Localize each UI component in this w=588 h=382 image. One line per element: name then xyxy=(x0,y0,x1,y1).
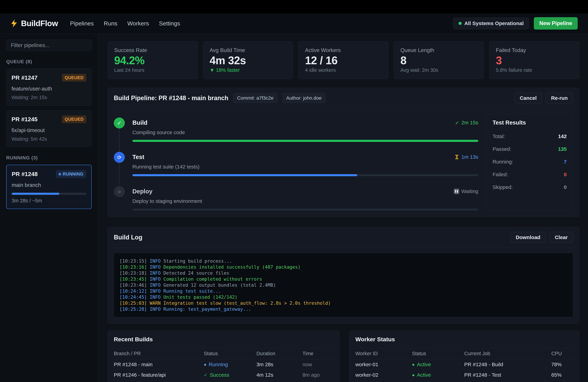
log-level: INFO xyxy=(150,282,164,288)
nav-item-workers[interactable]: Workers xyxy=(127,20,149,27)
clear-log-button[interactable]: Clear xyxy=(549,232,573,243)
log-message: Integration test slow (test_auth_flow: 2… xyxy=(163,300,331,306)
col-branch-pr: Branch / PR xyxy=(114,351,204,356)
stat-value: 94.2% xyxy=(114,54,191,67)
result-value: 0 xyxy=(564,184,567,190)
log-level: WARN xyxy=(150,300,164,306)
worker-table-header: Worker ID Status Current Job CPU xyxy=(349,348,579,359)
stage-progress-bar xyxy=(132,209,478,210)
log-level: INFO xyxy=(150,306,164,312)
author-chip[interactable]: Author: john.doe xyxy=(282,93,326,103)
log-line: [10:24:12] INFO Running test suite... xyxy=(120,288,567,294)
stat-subtext: Last 24 hours xyxy=(114,67,191,73)
log-line: [10:23:45] INFO Compilation completed wi… xyxy=(120,276,567,282)
pr-elapsed-time: 3m 28s / ~5m xyxy=(12,198,86,204)
new-pipeline-button[interactable]: New Pipeline xyxy=(534,17,578,30)
log-output[interactable]: [10:23:15] INFO Starting build process..… xyxy=(114,253,573,317)
cancel-button[interactable]: Cancel xyxy=(514,93,542,104)
log-timestamp: [10:24:12] xyxy=(120,288,150,294)
recent-builds-table-header: Branch / PR Status Duration Time xyxy=(108,348,339,359)
nav-item-runs[interactable]: Runs xyxy=(104,20,117,27)
log-message: Running test suite... xyxy=(163,288,221,294)
queued-pipeline-card[interactable]: PR #1245 QUEUED fix/api-timeout Waiting:… xyxy=(6,110,92,147)
test-result-row: Skipped: 0 xyxy=(493,184,567,190)
log-message: Dependencies installed successfully (487… xyxy=(163,264,300,270)
build-log-title: Build Log xyxy=(114,234,142,241)
build-log-header: Build Log Download Clear xyxy=(108,227,579,248)
status-icon: ✓ xyxy=(204,372,208,378)
worker-cpu: 78% xyxy=(551,362,573,367)
worker-status: ● Active xyxy=(412,362,464,367)
log-timestamp: [10:23:46] xyxy=(120,282,150,288)
stage-progress-fill xyxy=(132,140,478,142)
rerun-button[interactable]: Re-run xyxy=(546,93,573,104)
recent-build-row[interactable]: PR #1248 - main ● Running 3m 28s now xyxy=(108,359,339,370)
result-label: Running: xyxy=(493,159,513,165)
log-line: [10:25:03] WARN Integration test slow (t… xyxy=(120,300,567,306)
result-value: 135 xyxy=(558,146,567,152)
download-log-button[interactable]: Download xyxy=(510,232,546,243)
stage-duration: 1m 13s xyxy=(454,154,478,160)
nav-item-settings[interactable]: Settings xyxy=(159,20,180,27)
recent-builds-title: Recent Builds xyxy=(114,336,153,343)
log-line: [10:24:45] INFO Unit tests passed (142/1… xyxy=(120,294,567,300)
worker-row[interactable]: worker-01 ● Active PR #1248 - Build 78% xyxy=(349,359,579,370)
pipeline-title: Build Pipeline: PR #1248 - main branch xyxy=(114,95,228,102)
stage-duration: ✓ 2m 15s xyxy=(455,120,478,126)
worker-job: PR #1248 - Test xyxy=(464,372,551,378)
build-branch: PR #1246 - feature/api xyxy=(114,372,204,378)
build-pipeline-card: Build Pipeline: PR #1248 - main branch C… xyxy=(107,88,579,217)
build-time: 8m ago xyxy=(302,372,333,378)
recent-build-row[interactable]: PR #1246 - feature/api ✓ Success 4m 12s … xyxy=(108,370,339,380)
log-level: INFO xyxy=(150,276,164,282)
pr-wait-time: Waiting: 5m 42s xyxy=(12,136,86,142)
running-dot-icon xyxy=(59,173,61,175)
result-value: 142 xyxy=(558,134,567,139)
log-level: INFO xyxy=(150,270,164,276)
worker-job: PR #1248 - Build xyxy=(464,362,551,367)
test-results-panel: Test Results Total: 142 Passed: 135 xyxy=(486,114,573,210)
build-duration: 4m 12s xyxy=(256,372,302,378)
status-icon: ● xyxy=(412,372,415,378)
result-value: 7 xyxy=(564,159,567,165)
stat-value: 4m 32s xyxy=(210,54,286,67)
running-pipeline-card[interactable]: PR #1248 RUNNING main branch 3m 28s / ~5… xyxy=(6,165,92,209)
hourglass-icon xyxy=(454,154,459,160)
recent-build-row[interactable]: PR #1244 - hotfix/bug ✕ Failed 1m 45s 15… xyxy=(108,380,339,382)
queued-badge: QUEUED xyxy=(62,115,86,123)
stage-progress-bar xyxy=(132,174,478,176)
log-timestamp: [10:23:15] xyxy=(120,258,150,264)
brand: BuildFlow xyxy=(10,19,58,28)
stat-label: Active Workers xyxy=(305,47,382,53)
col-cpu: CPU xyxy=(551,351,573,356)
top-navbar: BuildFlow Pipelines Runs Workers Setting… xyxy=(0,13,588,34)
build-status: ● Running xyxy=(204,362,256,367)
test-result-row: Total: 142 xyxy=(493,134,567,139)
worker-id: worker-02 xyxy=(355,372,412,378)
filter-pipelines-input[interactable] xyxy=(6,40,92,51)
pause-icon xyxy=(454,189,459,194)
result-label: Passed: xyxy=(493,146,511,152)
worker-row[interactable]: worker-03 ● Active PR #1246 - Deploy 42% xyxy=(349,380,579,382)
main-content: Success Rate 94.2% Last 24 hours Avg Bui… xyxy=(98,34,588,382)
commit-chip[interactable]: Commit: a7f3c2e xyxy=(233,93,277,103)
result-value: 0 xyxy=(564,172,567,177)
pipeline-progress-bar xyxy=(12,193,86,195)
stage-running-spinner-icon: ⟳ xyxy=(114,152,125,163)
check-icon: ✓ xyxy=(455,120,459,126)
stat-label: Queue Length xyxy=(400,47,477,53)
col-current-job: Current Job xyxy=(464,351,551,356)
queued-pipeline-card[interactable]: PR #1247 QUEUED feature/user-auth Waitin… xyxy=(6,69,92,106)
system-status-pill: All Systems Operational xyxy=(453,18,529,29)
test-results-title: Test Results xyxy=(493,119,567,126)
stage-progress-bar xyxy=(132,140,478,142)
col-duration: Duration xyxy=(256,351,302,356)
stat-subtext: 5.8% failure rate xyxy=(496,67,573,73)
log-line: [10:23:46] INFO Generated 12 output bund… xyxy=(120,282,567,288)
worker-row[interactable]: worker-02 ● Active PR #1248 - Test 65% xyxy=(349,370,579,380)
status-icon: ● xyxy=(412,362,415,367)
result-label: Total: xyxy=(493,134,505,139)
result-label: Skipped: xyxy=(493,184,513,190)
log-level: INFO xyxy=(150,264,164,270)
nav-item-pipelines[interactable]: Pipelines xyxy=(70,20,94,27)
